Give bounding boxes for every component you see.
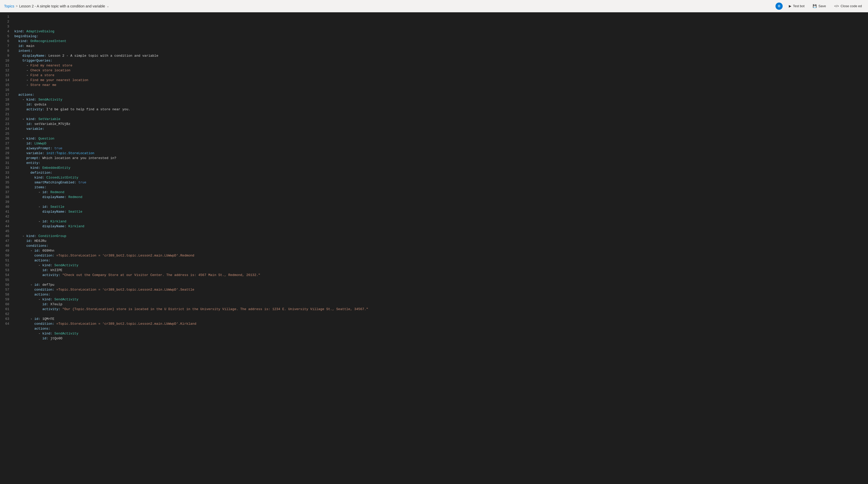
- code-line: triggerQueries:: [14, 58, 868, 63]
- code-line: - id: Seattle: [14, 204, 868, 209]
- code-line: id: X7eulp: [14, 302, 868, 307]
- test-bot-icon: ▶: [789, 4, 792, 8]
- close-code-editor-button[interactable]: </> Close code ed: [832, 3, 864, 9]
- code-line: [14, 278, 868, 282]
- code-line: id: qvduia: [14, 102, 868, 107]
- code-line: - id: Kirkland: [14, 219, 868, 224]
- code-line: condition: =Topic.StoreLocation = 'cr389…: [14, 253, 868, 258]
- code-line: actions:: [14, 292, 868, 297]
- code-line: kind: EmbeddedEntity: [14, 166, 868, 170]
- code-line: variable: init:Topic.StoreLocation: [14, 151, 868, 156]
- code-line: displayName: Lesson 2 - A simple topic w…: [14, 53, 868, 58]
- code-line: condition: =Topic.StoreLocation = 'cr389…: [14, 321, 868, 326]
- test-bot-button[interactable]: ▶ Test bot: [787, 3, 807, 9]
- code-line: smartMatchingEnabled: true: [14, 180, 868, 185]
- breadcrumb-topics-link[interactable]: Topics: [4, 4, 14, 8]
- breadcrumb-separator: >: [16, 4, 18, 8]
- code-line: id: jtQo0O: [14, 336, 868, 341]
- save-button[interactable]: 💾 Save: [811, 3, 828, 9]
- header: Topics > Lesson 2 - A simple topic with …: [0, 0, 868, 12]
- code-line: - id: 1QMrFE: [14, 316, 868, 321]
- code-line: - kind: SendActivity: [14, 263, 868, 268]
- code-line: activity: "Check out the Company Store a…: [14, 273, 868, 278]
- line-numbers: 1234567891011121314151617181920212223242…: [0, 12, 12, 484]
- code-line: id: setVariable_M7UjBz: [14, 121, 868, 126]
- code-line: id: khIIPE: [14, 268, 868, 273]
- test-bot-label: Test bot: [793, 4, 805, 8]
- code-line: [14, 200, 868, 204]
- code-line: alwaysPrompt: true: [14, 146, 868, 151]
- code-line: activity: I'd be glad to help find a sto…: [14, 107, 868, 112]
- code-line: kind: OnRecognizedIntent: [14, 39, 868, 44]
- code-line: - Find me your nearest location: [14, 78, 868, 83]
- code-line: displayName: Seattle: [14, 209, 868, 214]
- code-line: entity:: [14, 161, 868, 166]
- code-line: displayName: Redmond: [14, 195, 868, 200]
- header-actions: O ▶ Test bot 💾 Save </> Close code ed: [775, 3, 864, 10]
- code-line: intent:: [14, 49, 868, 53]
- code-line: [14, 312, 868, 316]
- code-line: items:: [14, 185, 868, 190]
- code-line: - Find my nearest store: [14, 63, 868, 68]
- code-line: [14, 112, 868, 117]
- code-line: kind: ClosedListEntity: [14, 175, 868, 180]
- code-line: kind: AdaptiveDialog: [14, 29, 868, 34]
- code-line: actions:: [14, 92, 868, 97]
- code-line: prompt: Which location are you intereste…: [14, 156, 868, 161]
- close-code-icon: </>: [834, 4, 839, 8]
- avatar: O: [775, 3, 783, 10]
- code-content[interactable]: kind: AdaptiveDialogbeginDialog: kind: O…: [12, 12, 868, 484]
- code-line: [14, 131, 868, 136]
- code-line: - kind: SetVariable: [14, 117, 868, 121]
- code-line: condition: =Topic.StoreLocation = 'cr389…: [14, 287, 868, 292]
- code-line: - kind: SendActivity: [14, 331, 868, 336]
- code-line: - Store near me: [14, 83, 868, 87]
- code-line: [14, 214, 868, 219]
- code-line: - kind: SendActivity: [14, 97, 868, 102]
- code-line: - id: def7pu: [14, 282, 868, 287]
- close-code-label: Close code ed: [841, 4, 862, 8]
- save-label: Save: [818, 4, 826, 8]
- breadcrumb: Topics > Lesson 2 - A simple topic with …: [4, 4, 109, 8]
- code-line: conditions:: [14, 244, 868, 248]
- code-line: - id: 6G9Hhn: [14, 248, 868, 253]
- code-line: actions:: [14, 258, 868, 263]
- code-line: beginDialog:: [14, 34, 868, 39]
- code-line: definition:: [14, 170, 868, 175]
- code-line: id: LbWwpD: [14, 141, 868, 146]
- code-line: [14, 87, 868, 92]
- chevron-down-icon[interactable]: ⌄: [106, 4, 109, 8]
- code-line: id: main: [14, 44, 868, 49]
- code-line: - kind: ConditionGroup: [14, 234, 868, 238]
- code-line: id: HE6JRu: [14, 238, 868, 244]
- save-icon: 💾: [813, 4, 817, 8]
- code-line: - Check store location: [14, 68, 868, 73]
- code-editor: 1234567891011121314151617181920212223242…: [0, 12, 868, 484]
- code-line: - kind: Question: [14, 136, 868, 141]
- code-line: actions:: [14, 326, 868, 331]
- code-line: - kind: SendActivity: [14, 297, 868, 302]
- breadcrumb-current-topic: Lesson 2 - A simple topic with a conditi…: [19, 4, 105, 8]
- code-line: variable:: [14, 126, 868, 131]
- code-line: - Find a store: [14, 73, 868, 78]
- code-line: displayName: Kirkland: [14, 224, 868, 229]
- code-line: - id: Redmond: [14, 190, 868, 195]
- code-line: activity: "Our {Topic.StoreLocation} sto…: [14, 307, 868, 312]
- code-line: [14, 229, 868, 234]
